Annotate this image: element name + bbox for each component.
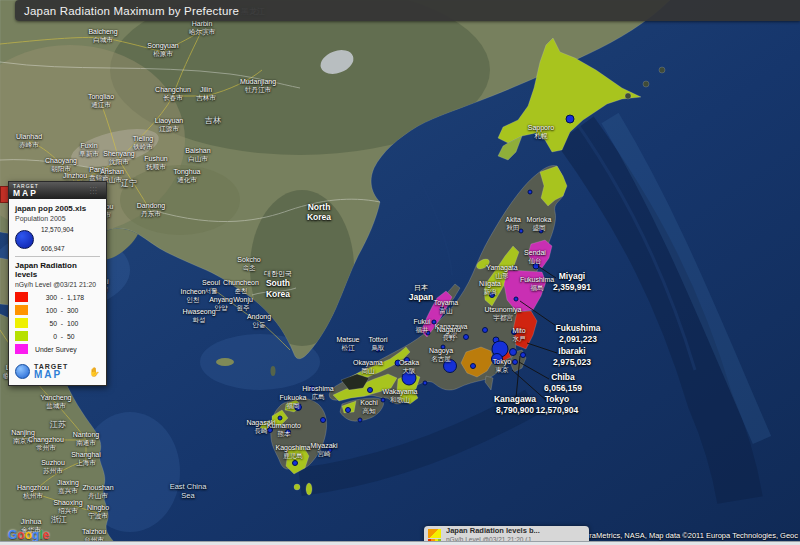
radiation-legend-subtitle: nGy/h Level @03/21 21:20 — [15, 281, 100, 288]
legend-class-row: 0-50 — [15, 330, 100, 342]
toast-title: Japan Radiation levels b... — [446, 527, 540, 536]
map-city-label: Tongliao通辽市 — [88, 93, 114, 109]
region-label: 浙江 — [51, 514, 67, 525]
prefecture-callout: Miyagi2,359,991 — [553, 271, 591, 292]
google-logo-letter: o — [25, 528, 32, 542]
map-city-label: Nagoya名古屋 — [429, 347, 453, 363]
map-city-label: Zhoushan舟山市 — [82, 484, 113, 500]
map-city-label: Ningbo宁波市 — [87, 504, 109, 520]
google-logo[interactable]: Google — [8, 528, 49, 542]
divider — [15, 256, 100, 257]
map-city-label: Miyazaki宮崎 — [310, 442, 337, 458]
prefecture-callout: Kanagawa8,790,900 — [494, 394, 536, 415]
legend-color-swatch — [15, 305, 28, 315]
prefecture-callout: Tokyo12,570,904 — [536, 394, 579, 415]
legend-panel-header[interactable]: TARGET MAP ∙∙∙ ∙∙∙ ∙∙∙ — [9, 182, 106, 199]
legend-color-swatch — [15, 331, 28, 341]
map-city-label: Hiroshima広島 — [302, 385, 334, 401]
map-city-label: Fushun抚顺市 — [144, 155, 167, 171]
region-label: 日本Japan — [409, 284, 434, 303]
population-dot[interactable] — [321, 418, 326, 423]
radiation-legend-rows: 300-1,178100-30050-1000-50Under Survey — [15, 291, 100, 355]
window-bottom-strip — [0, 541, 800, 545]
population-circle-symbol — [15, 230, 34, 249]
map-city-label: Suzhou苏州市 — [41, 459, 65, 475]
legend-color-swatch — [15, 292, 28, 302]
map-city-label: Ulanhad赤峰市 — [16, 133, 42, 149]
grab-hand-icon[interactable]: ✋ — [89, 367, 100, 377]
map-city-label: Kumamoto熊本 — [267, 422, 301, 438]
population-dot[interactable] — [358, 418, 362, 422]
targetmap-wordmark[interactable]: TARGET MAP — [34, 363, 68, 380]
population-dot[interactable] — [293, 461, 298, 466]
map-city-label: Jiaxing嘉兴市 — [57, 479, 79, 495]
population-dot[interactable] — [514, 297, 518, 301]
map-city-label: Liaoyuan辽源市 — [155, 117, 183, 133]
map-city-label: Yancheng盐城市 — [40, 394, 71, 410]
map-city-label: Sokcho속초 — [237, 256, 260, 272]
map-city-label: Fukushima福島 — [520, 276, 554, 292]
prefecture-callout: Chiba6,056,159 — [544, 372, 582, 393]
dataset-field: Population 2005 — [15, 215, 100, 222]
population-dot[interactable] — [510, 349, 517, 356]
page-title: Japan Radiation Maximum by Prefecture — [15, 5, 239, 17]
map-city-label: Baishan白山市 — [185, 147, 210, 163]
map-city-label: Fukui福井 — [413, 318, 430, 334]
map-city-label: Changchun长春市 — [155, 86, 191, 102]
population-min-value: 606,947 — [41, 245, 74, 252]
population-dot[interactable] — [368, 388, 373, 393]
population-dot[interactable] — [566, 115, 574, 123]
targetmap-logo: TARGET MAP — [13, 184, 39, 198]
region-label: North Korea — [296, 202, 342, 222]
map-city-label: Chaoyang朝阳市 — [45, 157, 77, 173]
map-city-label: Chuncheon춘천 — [223, 279, 259, 295]
map-city-label: Sapporo札幌 — [528, 124, 554, 140]
google-logo-letter: o — [17, 528, 24, 542]
prefecture-callout: Fukushima2,091,223 — [556, 323, 601, 344]
map-city-label: Hangzhou杭州市 — [17, 484, 49, 500]
map-city-label: Incheon인천 — [181, 288, 206, 304]
map-city-label: Akita秋田 — [505, 216, 521, 232]
map-city-label: Tottori鳥取 — [368, 336, 387, 352]
legend-color-swatch — [15, 344, 28, 354]
population-dot[interactable] — [346, 408, 351, 413]
population-dot[interactable] — [513, 360, 518, 365]
drag-grip-icon[interactable]: ∙∙∙ ∙∙∙ ∙∙∙ — [90, 186, 102, 195]
map-city-label: Yamagata山形 — [486, 264, 517, 280]
map-stage[interactable]: 黑龙江吉林辽宁江苏浙江North Korea대한민국South Korea日本J… — [0, 0, 800, 545]
map-city-label: Nantong南通市 — [73, 431, 99, 447]
map-city-label: Tokyo東京 — [493, 358, 511, 374]
population-dot[interactable] — [483, 328, 488, 333]
legend-panel[interactable]: TARGET MAP ∙∙∙ ∙∙∙ ∙∙∙ japan pop 2005.xl… — [8, 181, 107, 386]
map-city-label: Tieling铁岭市 — [133, 135, 153, 151]
population-dot[interactable] — [521, 353, 526, 358]
map-city-label: Jilin吉林市 — [196, 86, 216, 102]
legend-panel-body: japan pop 2005.xls Population 2005 12,57… — [9, 199, 106, 360]
map-city-label: Tonghua通化市 — [174, 168, 201, 184]
map-city-label: Fukuoka福岡 — [280, 394, 307, 410]
google-logo-letter: G — [8, 528, 17, 542]
map-city-label: Toyama富山 — [434, 299, 459, 315]
map-city-label: Shaoxing绍兴市 — [53, 499, 82, 515]
legend-color-swatch — [15, 318, 28, 328]
legend-class-row: 300-1,178 — [15, 291, 100, 303]
map-city-label: Shanghai上海市 — [71, 451, 101, 467]
legend-panel-footer: TARGET MAP ✋ — [9, 360, 106, 385]
map-title-bar: Japan Radiation Maximum by Prefecture — [15, 0, 800, 21]
map-city-label: Wonju원주 — [233, 296, 253, 312]
region-label: 江苏 — [50, 419, 66, 430]
prefecture-callout: Ibaraki2,975,023 — [553, 346, 591, 367]
legend-class-row: Under Survey — [15, 343, 100, 355]
map-city-label: Matsue松江 — [337, 336, 360, 352]
region-label: 吉林 — [205, 115, 221, 126]
population-dot[interactable] — [423, 381, 427, 385]
map-city-label: Osaka大阪 — [399, 359, 419, 375]
region-label: 대한민국South Korea — [255, 270, 301, 299]
population-dot[interactable] — [278, 416, 282, 420]
population-dot[interactable] — [528, 190, 532, 194]
google-logo-letter: e — [43, 528, 50, 542]
radiation-legend-title: Japan Radiation levels — [15, 261, 100, 279]
map-city-label: Sendai仙台 — [524, 249, 546, 265]
population-dot[interactable] — [471, 364, 476, 369]
population-max-value: 12,570,904 — [41, 226, 74, 233]
